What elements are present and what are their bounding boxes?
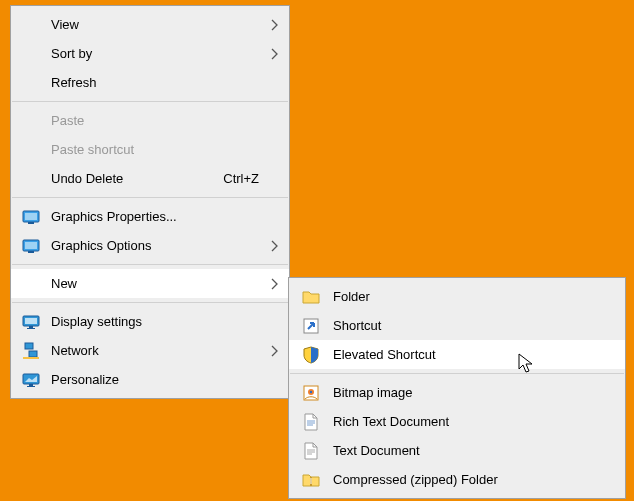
svg-rect-8 (29, 326, 33, 328)
submenu-item-text-document[interactable]: Text Document (289, 436, 625, 465)
menu-label: Refresh (51, 75, 259, 90)
menu-item-undo-delete[interactable]: Undo Delete Ctrl+Z (11, 164, 289, 193)
menu-item-graphics-options[interactable]: Graphics Options (11, 231, 289, 260)
bitmap-image-icon (301, 383, 321, 403)
submenu-item-elevated-shortcut[interactable]: Elevated Shortcut (289, 340, 625, 369)
svg-rect-10 (25, 343, 33, 349)
svg-rect-4 (25, 242, 37, 249)
svg-rect-7 (25, 318, 37, 324)
shortcut-icon (301, 316, 321, 336)
compressed-folder-icon (301, 470, 321, 490)
menu-label: Elevated Shortcut (333, 347, 617, 362)
chevron-right-icon (271, 345, 279, 357)
menu-item-sort-by[interactable]: Sort by (11, 39, 289, 68)
menu-separator (12, 302, 288, 303)
svg-rect-2 (28, 222, 34, 224)
menu-label: Folder (333, 289, 617, 304)
svg-rect-15 (27, 386, 35, 387)
menu-separator (12, 101, 288, 102)
svg-point-19 (310, 390, 312, 392)
menu-label: New (51, 276, 259, 291)
menu-item-paste: Paste (11, 106, 289, 135)
menu-label: Paste (51, 113, 259, 128)
svg-rect-11 (29, 351, 37, 357)
menu-label: Graphics Properties... (51, 209, 259, 224)
menu-label: Undo Delete (51, 171, 215, 186)
menu-separator (290, 373, 624, 374)
rich-text-document-icon (301, 412, 321, 432)
menu-label: Paste shortcut (51, 142, 259, 157)
menu-item-refresh[interactable]: Refresh (11, 68, 289, 97)
graphics-properties-icon (21, 207, 41, 227)
chevron-right-icon (271, 240, 279, 252)
menu-label: Shortcut (333, 318, 617, 333)
submenu-item-rich-text-document[interactable]: Rich Text Document (289, 407, 625, 436)
desktop-context-menu: View Sort by Refresh Paste Paste shortcu… (10, 5, 290, 399)
text-document-icon (301, 441, 321, 461)
menu-label: Graphics Options (51, 238, 259, 253)
submenu-item-bitmap-image[interactable]: Bitmap image (289, 378, 625, 407)
menu-separator (12, 197, 288, 198)
network-icon (21, 341, 41, 361)
new-submenu: Folder Shortcut Elevated Shortcut Bitmap… (288, 277, 626, 499)
menu-label: Compressed (zipped) Folder (333, 472, 617, 487)
menu-item-new[interactable]: New (11, 269, 289, 298)
shield-icon (301, 345, 321, 365)
menu-item-paste-shortcut: Paste shortcut (11, 135, 289, 164)
graphics-options-icon (21, 236, 41, 256)
menu-label: Text Document (333, 443, 617, 458)
chevron-right-icon (271, 19, 279, 31)
menu-label: Network (51, 343, 259, 358)
svg-rect-1 (25, 213, 37, 220)
menu-item-personalize[interactable]: Personalize (11, 365, 289, 394)
menu-label: Rich Text Document (333, 414, 617, 429)
svg-rect-12 (23, 357, 39, 359)
menu-item-graphics-properties[interactable]: Graphics Properties... (11, 202, 289, 231)
submenu-item-shortcut[interactable]: Shortcut (289, 311, 625, 340)
menu-label: Bitmap image (333, 385, 617, 400)
menu-item-view[interactable]: View (11, 10, 289, 39)
menu-separator (12, 264, 288, 265)
submenu-item-compressed-folder[interactable]: Compressed (zipped) Folder (289, 465, 625, 494)
svg-rect-9 (27, 328, 35, 329)
chevron-right-icon (271, 278, 279, 290)
chevron-right-icon (271, 48, 279, 60)
menu-shortcut: Ctrl+Z (223, 171, 259, 186)
svg-rect-14 (29, 384, 33, 386)
menu-label: Sort by (51, 46, 259, 61)
svg-rect-5 (28, 251, 34, 253)
menu-item-display-settings[interactable]: Display settings (11, 307, 289, 336)
menu-label: Personalize (51, 372, 259, 387)
folder-icon (301, 287, 321, 307)
personalize-icon (21, 370, 41, 390)
menu-label: View (51, 17, 259, 32)
display-settings-icon (21, 312, 41, 332)
menu-label: Display settings (51, 314, 259, 329)
submenu-item-folder[interactable]: Folder (289, 282, 625, 311)
menu-item-network[interactable]: Network (11, 336, 289, 365)
